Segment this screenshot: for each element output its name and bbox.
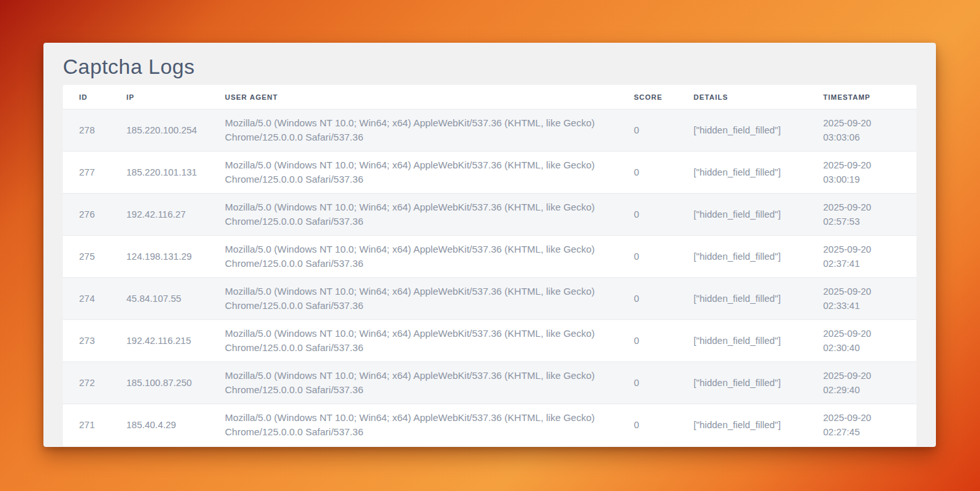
table-row: 275 124.198.131.29 Mozilla/5.0 (Windows …	[63, 236, 916, 278]
cell-user-agent: Mozilla/5.0 (Windows NT 10.0; Win64; x64…	[225, 194, 634, 236]
cell-user-agent: Mozilla/5.0 (Windows NT 10.0; Win64; x64…	[225, 152, 634, 194]
captcha-logs-card: Captcha Logs ID IP USER AGENT SCORE DETA…	[43, 43, 936, 447]
cell-id: 275	[63, 236, 126, 278]
cell-id: 271	[63, 404, 126, 446]
cell-details: ["hidden_field_filled"]	[694, 194, 823, 236]
page-background: { "page": { "title": "Captcha Logs" }, "…	[0, 0, 980, 491]
cell-details: ["hidden_field_filled"]	[694, 320, 823, 362]
cell-details: ["hidden_field_filled"]	[694, 362, 823, 404]
cell-user-agent: Mozilla/5.0 (Windows NT 10.0; Win64; x64…	[225, 320, 634, 362]
column-header-timestamp: TIMESTAMP	[823, 85, 916, 109]
cell-score: 0	[634, 152, 694, 194]
cell-score: 0	[634, 362, 694, 404]
table-body: 278 185.220.100.254 Mozilla/5.0 (Windows…	[63, 109, 916, 446]
cell-timestamp: 2025-09-20 02:57:53	[823, 194, 916, 236]
cell-user-agent: Mozilla/5.0 (Windows NT 10.0; Win64; x64…	[225, 278, 634, 320]
cell-ip: 185.220.101.131	[126, 152, 225, 194]
cell-user-agent: Mozilla/5.0 (Windows NT 10.0; Win64; x64…	[225, 109, 634, 152]
cell-id: 274	[63, 278, 126, 320]
cell-id: 277	[63, 152, 126, 194]
cell-details: ["hidden_field_filled"]	[694, 152, 823, 194]
cell-details: ["hidden_field_filled"]	[694, 278, 823, 320]
cell-ip: 45.84.107.55	[126, 278, 225, 320]
cell-ip: 124.198.131.29	[126, 236, 225, 278]
cell-ip: 185.220.100.254	[126, 109, 225, 152]
table-row: 272 185.100.87.250 Mozilla/5.0 (Windows …	[63, 362, 916, 404]
cell-timestamp: 2025-09-20 03:03:06	[823, 109, 916, 152]
header-row: ID IP USER AGENT SCORE DETAILS TIMESTAMP	[63, 85, 916, 109]
table-row: 274 45.84.107.55 Mozilla/5.0 (Windows NT…	[63, 278, 916, 320]
cell-timestamp: 2025-09-20 02:27:45	[823, 404, 916, 446]
logs-table-container: ID IP USER AGENT SCORE DETAILS TIMESTAMP…	[63, 85, 916, 446]
table-row: 276 192.42.116.27 Mozilla/5.0 (Windows N…	[63, 194, 916, 236]
cell-id: 273	[63, 320, 126, 362]
cell-timestamp: 2025-09-20 02:29:40	[823, 362, 916, 404]
cell-user-agent: Mozilla/5.0 (Windows NT 10.0; Win64; x64…	[225, 236, 634, 278]
column-header-score: SCORE	[634, 85, 694, 109]
cell-score: 0	[634, 109, 694, 152]
page-title: Captcha Logs	[63, 52, 916, 81]
cell-timestamp: 2025-09-20 02:33:41	[823, 278, 916, 320]
cell-id: 276	[63, 194, 126, 236]
cell-details: ["hidden_field_filled"]	[694, 109, 823, 152]
table-header: ID IP USER AGENT SCORE DETAILS TIMESTAMP	[63, 85, 916, 109]
cell-id: 272	[63, 362, 126, 404]
table-row: 278 185.220.100.254 Mozilla/5.0 (Windows…	[63, 109, 916, 152]
cell-score: 0	[634, 236, 694, 278]
table-row: 277 185.220.101.131 Mozilla/5.0 (Windows…	[63, 152, 916, 194]
cell-score: 0	[634, 278, 694, 320]
column-header-id: ID	[63, 85, 126, 109]
cell-details: ["hidden_field_filled"]	[694, 404, 823, 446]
cell-score: 0	[634, 194, 694, 236]
column-header-ip: IP	[126, 85, 225, 109]
cell-timestamp: 2025-09-20 02:37:41	[823, 236, 916, 278]
cell-timestamp: 2025-09-20 02:30:40	[823, 320, 916, 362]
captcha-logs-table: ID IP USER AGENT SCORE DETAILS TIMESTAMP…	[63, 85, 916, 446]
table-row: 271 185.40.4.29 Mozilla/5.0 (Windows NT …	[63, 404, 916, 446]
cell-score: 0	[634, 404, 694, 446]
cell-user-agent: Mozilla/5.0 (Windows NT 10.0; Win64; x64…	[225, 404, 634, 446]
column-header-user-agent: USER AGENT	[225, 85, 634, 109]
cell-ip: 192.42.116.27	[126, 194, 225, 236]
table-row: 273 192.42.116.215 Mozilla/5.0 (Windows …	[63, 320, 916, 362]
cell-user-agent: Mozilla/5.0 (Windows NT 10.0; Win64; x64…	[225, 362, 634, 404]
cell-id: 278	[63, 109, 126, 152]
cell-timestamp: 2025-09-20 03:00:19	[823, 152, 916, 194]
cell-details: ["hidden_field_filled"]	[694, 236, 823, 278]
cell-ip: 185.100.87.250	[126, 362, 225, 404]
cell-ip: 192.42.116.215	[126, 320, 225, 362]
column-header-details: DETAILS	[694, 85, 823, 109]
cell-score: 0	[634, 320, 694, 362]
cell-ip: 185.40.4.29	[126, 404, 225, 446]
